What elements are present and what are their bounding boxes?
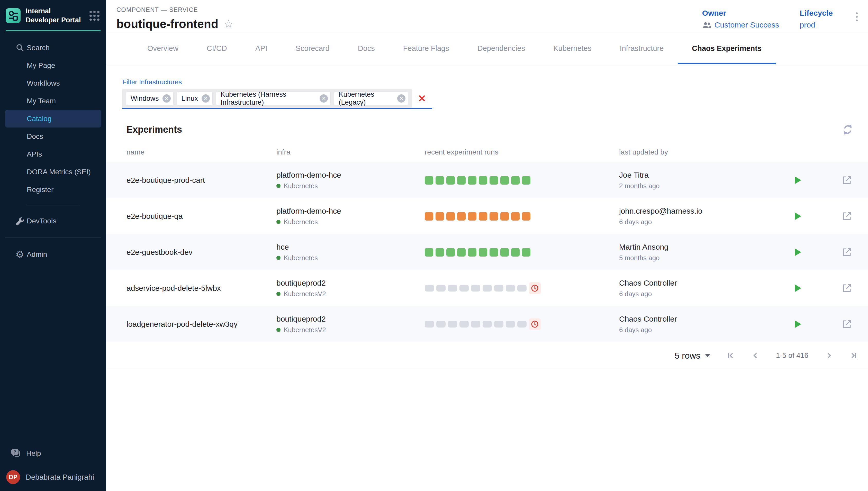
owner-link[interactable]: Customer Success [715,21,779,29]
refresh-icon[interactable] [842,124,853,136]
open-experiment-icon[interactable] [842,211,852,221]
table-row[interactable]: e2e-boutique-qaplatform-demo-hceKubernet… [106,198,868,234]
infra-name: boutiqueprod2 [277,279,425,287]
updated-by-name: Chaos Controller [619,315,787,323]
sidebar-item-search[interactable]: Search [5,39,101,57]
run-success-square [500,248,509,257]
sidebar-item-workflows[interactable]: Workflows [5,74,101,92]
sidebar-item-register[interactable]: Register [5,181,101,198]
row-actions [787,247,863,257]
breadcrumb: COMPONENT — SERVICE [116,6,233,13]
run-success-square [479,248,487,257]
run-success-square [446,176,455,184]
filter-chip-linux[interactable]: Linux✕ [177,92,213,105]
sidebar-item-label: DORA Metrics (SEI) [27,168,91,176]
status-dot [277,292,281,296]
experiment-infra: platform-demo-hceKubernetes [277,207,425,226]
run-none-square [506,321,515,327]
sidebar-item-dora-metrics-sei[interactable]: DORA Metrics (SEI) [5,163,101,181]
tab-scorecard[interactable]: Scorecard [282,33,344,64]
run-success-square [436,248,444,257]
apps-grid-icon[interactable] [89,11,99,21]
run-experiment-button[interactable] [794,320,802,328]
table-row[interactable]: e2e-guestbook-devhceKubernetesMartin Ans… [106,234,868,270]
run-none-square [436,321,445,327]
run-none-square [483,285,492,291]
run-failed-square [425,212,433,221]
chip-remove-icon[interactable]: ✕ [397,94,405,103]
table-row[interactable]: adservice-pod-delete-5lwbxboutiqueprod2K… [106,270,868,306]
infra-name: boutiqueprod2 [277,315,425,323]
run-failed-square [522,212,530,221]
user-menu[interactable]: DP Debabrata Panigrahi [5,466,101,488]
tab-kubernetes[interactable]: Kubernetes [539,33,606,64]
filter-chip-kubernetes-harness-infrastructure[interactable]: Kubernetes (Harness Infrastructure)✕ [216,92,330,105]
sidebar-item-docs[interactable]: Docs [5,127,101,145]
table-row[interactable]: e2e-boutique-prod-cartplatform-demo-hceK… [106,162,868,198]
sidebar-item-apis[interactable]: APIs [5,145,101,163]
sidebar-item-my-page[interactable]: My Page [5,57,101,74]
experiment-infra: boutiqueprod2KubernetesV2 [277,315,425,334]
sidebar-item-label: My Team [27,97,56,105]
sidebar-item-admin[interactable]: ⚙Admin [5,246,101,263]
entity-header-left: COMPONENT — SERVICE boutique-frontend ☆ [116,6,233,31]
open-experiment-icon[interactable] [842,247,852,257]
open-experiment-icon[interactable] [842,319,852,329]
filter-chip-kubernetes-legacy[interactable]: Kubernetes (Legacy)✕ [334,92,408,105]
tab-api[interactable]: API [241,33,282,64]
experiment-infra: boutiqueprod2KubernetesV2 [277,279,425,298]
recent-experiment-runs [425,176,619,184]
infra-type: Kubernetes [277,254,425,262]
chip-remove-icon[interactable]: ✕ [320,94,328,103]
sidebar-item-label: Register [27,185,54,194]
clear-filters-icon[interactable]: ✕ [412,89,432,108]
favorite-star-icon[interactable]: ☆ [224,18,233,30]
rows-per-page-select[interactable]: 5 rows [675,351,710,361]
run-experiment-button[interactable] [794,212,802,221]
run-success-square [425,176,433,184]
tab-overview[interactable]: Overview [133,33,193,64]
tab-infrastructure[interactable]: Infrastructure [606,33,678,64]
run-none-square [448,285,457,291]
table-row[interactable]: loadgenerator-pod-delete-xw3qyboutiquepr… [106,306,868,342]
infra-type: Kubernetes [277,218,425,226]
prev-page-button[interactable] [751,351,759,359]
run-failed-square [468,212,476,221]
next-page-button[interactable] [825,351,833,359]
logo-glyph [6,8,21,23]
chip-remove-icon[interactable]: ✕ [163,94,171,103]
entity-header: COMPONENT — SERVICE boutique-frontend ☆ … [106,0,868,33]
page-title: boutique-frontend [116,17,218,31]
tab-chaos-experiments[interactable]: Chaos Experiments [678,33,776,64]
sidebar-item-my-team[interactable]: My Team [5,92,101,110]
tab-ci-cd[interactable]: CI/CD [193,33,241,64]
open-experiment-icon[interactable] [842,283,852,293]
run-experiment-button[interactable] [794,248,802,257]
infrastructure-filter-select[interactable]: Windows✕Linux✕Kubernetes (Harness Infras… [122,89,432,109]
filter-chips-box[interactable]: Windows✕Linux✕Kubernetes (Harness Infras… [122,89,412,108]
row-actions [787,319,863,329]
sidebar-item-devtools[interactable]: DevTools [5,212,101,230]
filter-chip-label: Linux [181,95,198,103]
chip-remove-icon[interactable]: ✕ [202,94,210,103]
tab-docs[interactable]: Docs [344,33,389,64]
first-page-button[interactable] [727,351,735,359]
run-success-square [522,248,530,257]
filter-infrastructures-label[interactable]: Filter Infrastructures [122,78,868,86]
tab-dependencies[interactable]: Dependencies [463,33,539,64]
open-experiment-icon[interactable] [842,175,852,185]
row-actions [787,283,863,293]
experiment-infra: platform-demo-hceKubernetes [277,171,425,190]
kebab-menu-icon[interactable] [853,9,860,25]
tab-feature-flags[interactable]: Feature Flags [389,33,463,64]
last-page-button[interactable] [849,351,858,359]
help-button[interactable]: ? Help [5,444,101,462]
sidebar-item-label: Catalog [27,115,52,123]
infra-type-label: Kubernetes [284,182,318,190]
sidebar-item-catalog[interactable]: Catalog [5,110,101,127]
run-experiment-button[interactable] [794,284,802,293]
infra-type: Kubernetes [277,182,425,190]
run-experiment-button[interactable] [794,176,802,184]
filter-chip-windows[interactable]: Windows✕ [126,92,173,105]
run-success-square [511,248,520,257]
